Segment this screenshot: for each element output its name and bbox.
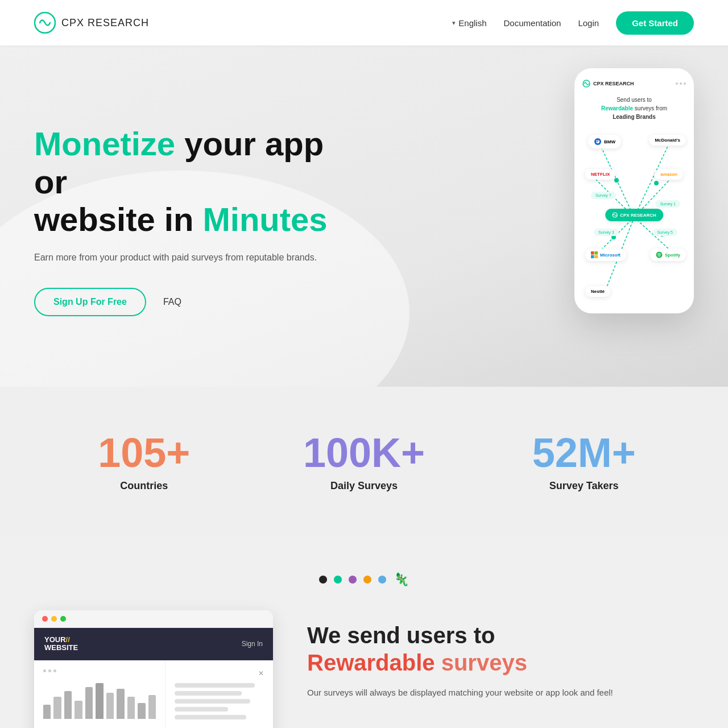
faq-link[interactable]: FAQ	[163, 297, 181, 307]
logo-icon	[34, 12, 56, 34]
browser-col2: ✕	[166, 660, 273, 728]
browser-dot-yellow	[51, 616, 57, 622]
section2: 🦎 YOUR// WEBSITE Sign In	[0, 537, 728, 728]
browser-header: YOUR// WEBSITE Sign In	[34, 628, 273, 660]
brand-bmw: BMW	[588, 135, 621, 148]
language-selector[interactable]: ▾ English	[452, 18, 486, 28]
browser-lines	[175, 683, 264, 719]
svg-point-10	[654, 181, 659, 185]
carousel-dot-4[interactable]	[363, 576, 371, 584]
chevron-down-icon: ▾	[452, 19, 456, 27]
hero-subtitle: Earn more from your product with paid su…	[34, 250, 341, 265]
phone-menu	[676, 82, 686, 85]
hero-title: Monetize your app or website in Minutes	[34, 125, 341, 239]
browser-menu-dots	[43, 669, 156, 672]
brand-microsoft: Microsoft	[585, 249, 626, 261]
svg-rect-18	[591, 255, 594, 259]
login-link[interactable]: Login	[578, 18, 599, 28]
phone-logo: CPX RESEARCH	[582, 80, 634, 88]
section2-subtitle: Our surveys will always be displayed mat…	[307, 685, 694, 700]
svg-rect-16	[591, 251, 594, 255]
carousel-dot-2[interactable]	[334, 576, 342, 584]
stats-section: 105+ Countries 100K+ Daily Surveys 52M+ …	[0, 387, 728, 537]
browser-col1	[34, 660, 166, 728]
stat-countries-number: 105+	[34, 432, 254, 473]
brand-netflix: NETFLIX	[585, 169, 615, 180]
phone-top: CPX RESEARCH	[582, 80, 686, 88]
hero-section: Monetize your app or website in Minutes …	[0, 46, 728, 387]
phone-mockup: CPX RESEARCH Send users to Rewardable su…	[574, 68, 694, 313]
section2-title: We send users to Rewardable surveys	[307, 622, 694, 676]
phone-tagline: Send users to Rewardable surveys from Le…	[582, 96, 686, 121]
survey-dot-1: Survey 7	[591, 192, 616, 199]
browser-bar	[34, 610, 273, 628]
carousel-dot-1[interactable]	[319, 576, 327, 584]
stat-surveys-label: Daily Surveys	[254, 480, 474, 492]
stat-countries-label: Countries	[34, 480, 254, 492]
brand-amazon: amazon	[655, 169, 683, 180]
stat-surveys-number: 100K+	[254, 432, 474, 473]
svg-rect-19	[595, 255, 598, 259]
carousel-dot-5[interactable]	[378, 576, 386, 584]
survey-dot-2: Survey 1	[655, 200, 680, 208]
stat-countries: 105+ Countries	[34, 421, 254, 503]
browser-site-logo: YOUR// WEBSITE	[44, 636, 78, 652]
navbar: CPX RESEARCH ▾ English Documentation Log…	[0, 0, 728, 46]
logo: CPX RESEARCH	[34, 12, 149, 34]
chart-bars	[43, 679, 156, 719]
brand-spotify: Spotify	[650, 249, 686, 261]
browser-dot-green	[60, 616, 66, 622]
survey-dot-3: Survey 3	[594, 229, 619, 236]
browser-body: ✕	[34, 660, 273, 728]
section2-content: YOUR// WEBSITE Sign In	[34, 610, 694, 728]
brand-mcdonalds: McDonald's	[649, 135, 686, 146]
section2-right: We send users to Rewardable surveys Our …	[307, 610, 694, 700]
logo-text: CPX RESEARCH	[61, 17, 149, 29]
browser-dot-red	[42, 616, 48, 622]
survey-dot-4: Survey 5	[652, 229, 677, 236]
get-started-button[interactable]: Get Started	[616, 11, 694, 35]
svg-rect-17	[595, 251, 598, 255]
phone-map: BMW McDonald's NETFLIX amazon CPX RESEAR…	[582, 129, 686, 300]
browser-signin[interactable]: Sign In	[242, 640, 263, 648]
documentation-link[interactable]: Documentation	[504, 18, 561, 28]
svg-point-9	[614, 178, 619, 183]
svg-line-2	[599, 143, 634, 217]
hero-content: Monetize your app or website in Minutes …	[34, 91, 341, 316]
browser-mockup: YOUR// WEBSITE Sign In	[34, 610, 273, 728]
stat-takers: 52M+ Survey Takers	[474, 421, 694, 503]
hero-actions: Sign Up For Free FAQ	[34, 288, 341, 316]
carousel-dot-chameleon[interactable]: 🦎	[393, 572, 409, 588]
carousel-dots: 🦎	[34, 572, 694, 588]
brand-nestle: Nestlé	[585, 286, 610, 297]
close-button[interactable]: ✕	[175, 669, 264, 677]
signup-button[interactable]: Sign Up For Free	[34, 288, 146, 316]
nav-right: ▾ English Documentation Login Get Starte…	[452, 11, 694, 35]
brand-cpx: CPX RESEARCH	[605, 209, 663, 221]
phone-logo-text: CPX RESEARCH	[593, 81, 634, 86]
stat-takers-label: Survey Takers	[474, 480, 694, 492]
stat-surveys: 100K+ Daily Surveys	[254, 421, 474, 503]
carousel-dot-3[interactable]	[349, 576, 357, 584]
stat-takers-number: 52M+	[474, 432, 694, 473]
